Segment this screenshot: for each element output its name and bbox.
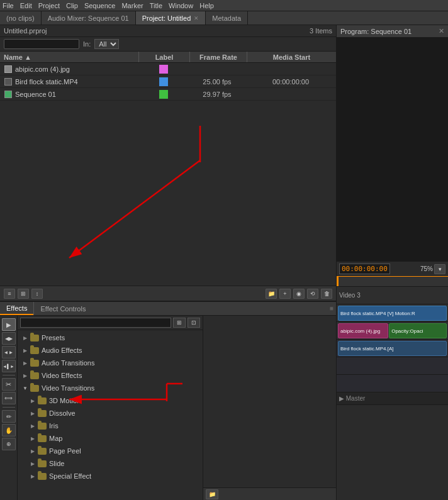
tree-arrow-video-effects: ▶ — [23, 373, 28, 378]
tab-project-close[interactable]: ✕ — [194, 15, 199, 21]
toolbar-new-bin[interactable]: 📁 — [266, 289, 277, 299]
tree-arrow-iris: ▶ — [30, 423, 35, 428]
effects-grid-btn[interactable]: ⊡ — [188, 318, 200, 328]
tree-item-video-transitions[interactable]: ▼ Video Transitions — [18, 382, 203, 394]
program-header: Program: Sequence 01 ✕ — [337, 25, 448, 38]
tl-master: ▶ Master — [337, 392, 448, 405]
tree-item-slide[interactable]: ▶ Slide — [18, 457, 203, 470]
toolbar-list-view[interactable]: ≡ — [4, 289, 15, 299]
tree-arrow-3d-motion: ▶ — [30, 398, 35, 403]
row-name-1: Bird flock static.MP4 — [0, 77, 138, 86]
toolbar-clear[interactable]: ◉ — [293, 289, 305, 299]
folder-icon-audio-effects — [30, 347, 39, 354]
zoom-area: 75% ▾ — [420, 264, 445, 274]
tl-video1: abipic.com (4).jpg Opacity:Opaci — [337, 322, 448, 340]
folder-icon-slide — [38, 460, 47, 467]
effects-search-input[interactable] — [20, 318, 171, 328]
project-title-area: Untitled.prproj 3 Items — [0, 25, 336, 37]
program-close[interactable]: ✕ — [439, 27, 444, 35]
tree-item-3d-motion[interactable]: ▶ 3D Motion — [18, 394, 203, 407]
tool-selection[interactable]: ▶ — [2, 318, 16, 331]
in-select[interactable]: All — [94, 39, 119, 49]
tool-separator-2 — [3, 407, 15, 408]
tab-effects[interactable]: Effects — [0, 302, 33, 315]
folder-icon-iris — [38, 423, 47, 430]
right-side: Program: Sequence 01 ✕ 00:00:00:00 75% ▾… — [337, 25, 448, 500]
tab-project[interactable]: Project: Untitled ✕ — [136, 11, 206, 25]
folder-icon-page-peel — [38, 448, 47, 455]
file-icon-0 — [4, 65, 13, 74]
row-mediastart-1: 00:00:00:00 — [245, 78, 336, 86]
tab-audiomixer[interactable]: Audio Mixer: Sequence 01 — [42, 11, 136, 25]
tab-noclips-label: (no clips) — [6, 14, 35, 22]
tl-audio1: Bird flock static.MP4.[A] — [337, 340, 448, 357]
tree-arrow-dissolve: ▶ — [30, 411, 35, 416]
tree-arrow-special-effect: ▶ — [30, 474, 35, 479]
tab-metadata[interactable]: Metadata — [206, 11, 248, 25]
tool-hand[interactable]: ✋ — [2, 424, 16, 436]
project-search-input[interactable] — [4, 39, 79, 49]
file-icon-1 — [4, 77, 13, 86]
table-row[interactable]: abipic.com (4).jpg — [0, 63, 336, 75]
menu-project[interactable]: Project — [38, 2, 60, 9]
main-layout: Untitled.prproj 3 Items In: All Name ▲ — [0, 25, 448, 500]
tree-item-map[interactable]: ▶ Map — [18, 432, 203, 445]
tree-arrow-slide: ▶ — [30, 461, 35, 466]
tl-video2: Bird flock static.MP4 [V] Motion:R — [337, 304, 448, 322]
effects-tab-menu[interactable]: ≡ — [330, 305, 333, 312]
tree-arrow-video-transitions: ▼ — [23, 386, 28, 391]
search-bar: In: All — [0, 37, 336, 52]
tree-item-special-effect[interactable]: ▶ Special Effect — [18, 470, 203, 482]
folder-icon-dissolve — [38, 410, 47, 417]
col-header-label: Label — [139, 53, 189, 61]
tab-noclips[interactable]: (no clips) — [0, 11, 42, 25]
tool-slip[interactable]: ⟺ — [2, 392, 16, 404]
tree-item-page-peel[interactable]: ▶ Page Peel — [18, 445, 203, 457]
tree-item-audio-effects[interactable]: ▶ Audio Effects — [18, 344, 203, 357]
menu-window[interactable]: Window — [169, 2, 193, 9]
menu-help[interactable]: Help — [199, 2, 214, 9]
tool-track-select[interactable]: ◀▶ — [2, 332, 16, 345]
table-row[interactable]: Sequence 01 29.97 fps — [0, 88, 336, 101]
folder-icon-special-effect — [38, 473, 47, 480]
tl-audio3 — [337, 375, 448, 392]
zoom-dropdown[interactable]: ▾ — [434, 264, 445, 274]
menu-marker[interactable]: Marker — [121, 2, 143, 9]
tool-zoom[interactable]: ⊕ — [2, 438, 16, 450]
tree-item-audio-transitions[interactable]: ▶ Audio Transitions — [18, 357, 203, 369]
menu-title[interactable]: Title — [150, 2, 162, 9]
menu-clip[interactable]: Clip — [66, 2, 78, 9]
tool-ripple[interactable]: ◄► — [2, 346, 16, 358]
project-panel-toolbar: ≡ ⊞ ↕ 📁 + ◉ ⟲ 🗑 — [0, 286, 336, 301]
effects-panel: Effects Effect Controls ≡ ▶ ◀▶ ◄► ◄▌► ✂ … — [0, 302, 336, 500]
toolbar-icon-view[interactable]: ⊞ — [18, 289, 29, 299]
tool-pen[interactable]: ✏ — [2, 410, 16, 423]
effects-search-btn[interactable]: ⊞ — [173, 318, 186, 328]
row-framerate-2: 29.97 fps — [189, 91, 245, 98]
project-panel: Untitled.prproj 3 Items In: All Name ▲ — [0, 25, 336, 302]
toolbar-autom[interactable]: ⟲ — [307, 289, 318, 299]
tree-arrow-audio-effects: ▶ — [23, 348, 28, 353]
toolbar-sort[interactable]: ↕ — [31, 289, 43, 299]
tree-item-presets[interactable]: ▶ Presets — [18, 331, 203, 344]
tree-arrow-page-peel: ▶ — [30, 448, 35, 453]
effects-new-bin[interactable]: 📁 — [206, 489, 218, 499]
row-label-2 — [138, 90, 189, 99]
menu-edit[interactable]: Edit — [20, 2, 32, 9]
tree-item-dissolve[interactable]: ▶ Dissolve — [18, 407, 203, 419]
folder-icon-audio-transitions — [30, 360, 39, 367]
tool-rolling[interactable]: ◄▌► — [2, 360, 16, 372]
menu-sequence[interactable]: Sequence — [84, 2, 116, 9]
tree-item-iris[interactable]: ▶ Iris — [18, 419, 203, 432]
tool-razor[interactable]: ✂ — [2, 378, 16, 391]
playhead-indicator — [337, 277, 339, 286]
toolbar-new-item[interactable]: + — [279, 289, 291, 299]
toolbar-delete[interactable]: 🗑 — [321, 289, 332, 299]
tab-effect-controls[interactable]: Effect Controls — [34, 302, 92, 315]
tree-item-video-effects[interactable]: ▶ Video Effects — [18, 369, 203, 382]
tool-separator-1 — [3, 375, 15, 375]
label-color-0 — [159, 65, 168, 74]
menu-file[interactable]: File — [3, 2, 14, 9]
effects-tab-bar: Effects Effect Controls ≡ — [0, 302, 336, 316]
table-row[interactable]: Bird flock static.MP4 25.00 fps 00:00:00… — [0, 75, 336, 88]
